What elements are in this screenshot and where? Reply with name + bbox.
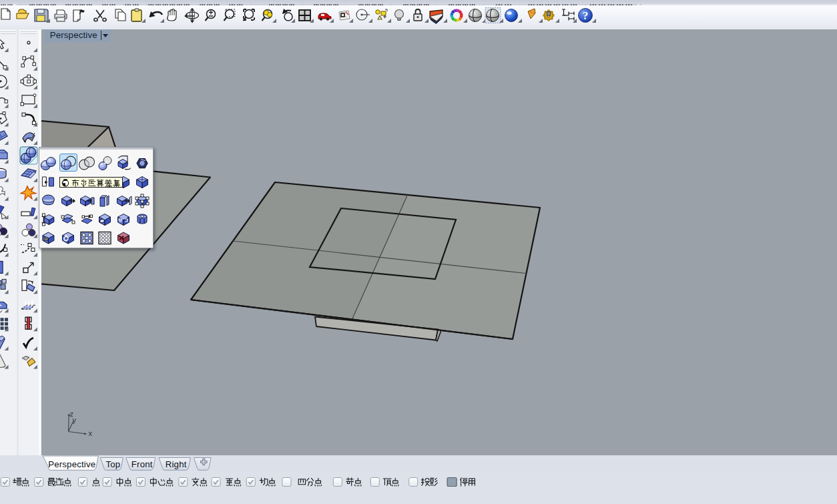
svg-text:y: y xyxy=(73,416,77,424)
svg-text:Right: Right xyxy=(166,459,187,469)
svg-text:x: x xyxy=(89,429,93,437)
svg-text:Front: Front xyxy=(131,459,153,469)
svg-text:Perspective: Perspective xyxy=(48,459,95,469)
svg-text:Top: Top xyxy=(105,459,120,469)
svg-text:?: ? xyxy=(583,9,589,22)
